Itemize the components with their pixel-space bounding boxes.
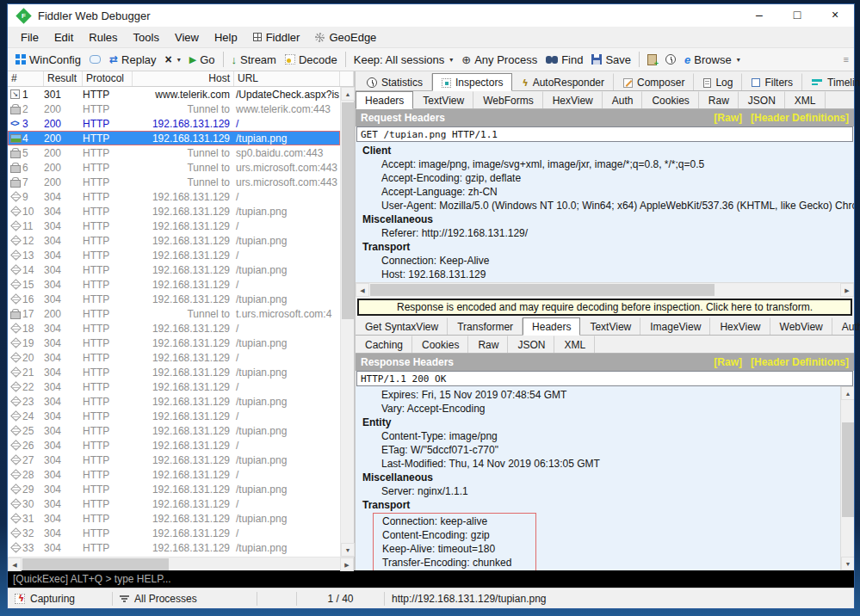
remove-sessions-button[interactable]: ×▾ — [161, 52, 185, 67]
column-header-url[interactable]: URL — [234, 71, 340, 86]
scroll-left-icon[interactable]: ◀ — [356, 283, 369, 297]
tab-json[interactable]: JSON — [508, 336, 554, 353]
tab-textview[interactable]: TextView — [580, 317, 640, 335]
column-header-number[interactable]: # — [8, 71, 44, 86]
replay-button[interactable]: ⇄Replay — [105, 52, 161, 68]
winconfig-button[interactable]: WinConfig — [11, 52, 85, 68]
session-row-28[interactable]: 28304HTTP192.168.131.129/ — [8, 467, 340, 482]
raw-link[interactable]: [Raw] — [714, 356, 742, 368]
header-group[interactable]: Transport — [356, 240, 854, 254]
response-encoded-notice[interactable]: Response is encoded and may require deco… — [357, 299, 852, 316]
scroll-right-icon[interactable]: ▶ — [840, 283, 854, 297]
tab-textview[interactable]: TextView — [413, 91, 473, 108]
tab-hexview[interactable]: HexView — [543, 91, 603, 108]
session-row-1[interactable]: ↘1301HTTPwww.telerik.com/UpdateCheck.asp… — [8, 87, 340, 102]
tab-xml[interactable]: XML — [785, 91, 826, 108]
quickexec-bar[interactable]: [QuickExec] ALT+Q > type HELP... — [8, 570, 854, 588]
tab-composer[interactable]: Composer — [614, 73, 694, 90]
session-row-25[interactable]: 25304HTTP192.168.131.129/tupian.png — [8, 423, 340, 438]
tab-auth[interactable]: Auth — [603, 91, 643, 108]
tab-raw[interactable]: Raw — [699, 91, 739, 108]
keep-sessions-dropdown[interactable]: Keep: All sessions▾ — [350, 52, 458, 68]
minimize-button[interactable]: – — [740, 4, 778, 27]
session-row-13[interactable]: 13304HTTP192.168.131.129/ — [8, 248, 340, 262]
save-button[interactable]: Save — [587, 52, 635, 68]
session-row-18[interactable]: 18304HTTP192.168.131.129/ — [8, 321, 340, 336]
tab-autoresponder[interactable]: AutoResponder — [512, 73, 614, 90]
tab-auth[interactable]: Auth — [832, 317, 860, 335]
tab-json[interactable]: JSON — [739, 91, 785, 108]
scroll-down-icon[interactable]: ▼ — [841, 557, 854, 570]
scrollbar-thumb[interactable] — [342, 102, 354, 319]
session-row-3[interactable]: <>3200HTTP192.168.131.129/ — [8, 116, 340, 131]
session-row-11[interactable]: 11304HTTP192.168.131.129/ — [8, 219, 340, 233]
request-horizontal-scrollbar[interactable]: ◀ ▶ — [356, 282, 854, 296]
tab-get-syntaxview[interactable]: Get SyntaxView — [356, 317, 448, 335]
scrollbar-thumb[interactable] — [22, 558, 169, 570]
tab-headers[interactable]: Headers — [356, 91, 413, 109]
toolbar-overflow[interactable]: ≡ — [844, 54, 851, 65]
find-button[interactable]: Find — [541, 52, 587, 68]
session-row-29[interactable]: 29304HTTP192.168.131.129/tupian.png — [8, 482, 340, 496]
session-row-6[interactable]: 6200HTTPTunnel tours.microsoft.com:443 — [8, 160, 340, 175]
browse-button[interactable]: eBrowse▾ — [680, 52, 745, 68]
session-row-24[interactable]: 24304HTTP192.168.131.129/ — [8, 409, 340, 423]
decode-button[interactable]: Decode — [281, 52, 342, 68]
session-row-23[interactable]: 23304HTTP192.168.131.129/tupian.png — [8, 394, 340, 409]
session-row-32[interactable]: 32304HTTP192.168.131.129/ — [8, 526, 340, 540]
session-row-27[interactable]: 27304HTTP192.168.131.129/tupian.png — [8, 453, 340, 467]
menu-edit[interactable]: Edit — [46, 29, 81, 46]
session-row-16[interactable]: 16304HTTP192.168.131.129/tupian.png — [8, 292, 340, 306]
tab-imageview[interactable]: ImageView — [640, 317, 710, 335]
column-header-result[interactable]: Result — [44, 71, 83, 86]
tab-webview[interactable]: WebView — [770, 317, 832, 335]
screenshot-button[interactable] — [643, 52, 661, 67]
any-process-button[interactable]: ⊕Any Process — [457, 52, 541, 68]
stream-button[interactable]: ↓Stream — [227, 52, 281, 68]
session-row-17[interactable]: 17200HTTPTunnel tot.urs.microsoft.com:4 — [8, 306, 340, 321]
tab-statistics[interactable]: Statistics — [357, 73, 432, 90]
tab-timeline[interactable]: Timeline — [802, 73, 860, 90]
scroll-up-icon[interactable]: ▲ — [841, 386, 854, 400]
process-filter[interactable]: All Processes — [113, 592, 257, 606]
scroll-right-icon[interactable]: ▶ — [340, 557, 354, 571]
go-button[interactable]: ▶Go — [185, 52, 220, 68]
session-row-21[interactable]: 21304HTTP192.168.131.129/tupian.png — [8, 365, 340, 379]
tab-hexview[interactable]: HexView — [710, 317, 770, 335]
session-row-14[interactable]: 14304HTTP192.168.131.129/tupian.png — [8, 262, 340, 277]
header-group[interactable]: Miscellaneous — [356, 471, 840, 484]
session-row-33[interactable]: 33304HTTP192.168.131.129/tupian.png — [8, 540, 340, 555]
raw-link[interactable]: [Raw] — [714, 112, 742, 124]
timer-button[interactable] — [661, 52, 680, 66]
session-list-horizontal-scrollbar[interactable]: ◀ ▶ — [8, 557, 354, 570]
session-list-vertical-scrollbar[interactable]: ▲ ▼ — [340, 87, 354, 557]
menu-help[interactable]: Help — [207, 29, 245, 46]
header-group[interactable]: Miscellaneous — [356, 213, 854, 226]
header-definitions-link[interactable]: [Header Definitions] — [751, 356, 849, 368]
menu-fiddler[interactable]: Fiddler — [245, 29, 308, 46]
session-row-2[interactable]: 2200HTTPTunnel towww.telerik.com:443 — [8, 102, 340, 116]
session-row-15[interactable]: 15304HTTP192.168.131.129/ — [8, 277, 340, 292]
session-row-4[interactable]: 4200HTTP192.168.131.129/tupian.png — [8, 131, 340, 145]
comment-button[interactable] — [85, 53, 105, 65]
menu-file[interactable]: File — [13, 29, 46, 46]
tab-cookies[interactable]: Cookies — [642, 91, 698, 108]
scrollbar-thumb[interactable] — [842, 422, 854, 517]
close-button[interactable]: × — [816, 4, 854, 27]
column-header-protocol[interactable]: Protocol — [83, 71, 133, 86]
session-row-7[interactable]: 7200HTTPTunnel tours.microsoft.com:443 — [8, 175, 340, 189]
maximize-button[interactable]: □ — [778, 4, 816, 27]
menu-rules[interactable]: Rules — [81, 29, 125, 46]
menu-tools[interactable]: Tools — [126, 29, 167, 46]
menu-view[interactable]: View — [167, 29, 207, 46]
capturing-toggle[interactable]: Capturing — [8, 592, 113, 606]
session-row-12[interactable]: 12304HTTP192.168.131.129/tupian.png — [8, 233, 340, 248]
column-header-host[interactable]: Host — [133, 71, 234, 86]
session-row-30[interactable]: 30304HTTP192.168.131.129/ — [8, 496, 340, 511]
tab-inspectors[interactable]: Inspectors — [432, 73, 512, 91]
session-row-22[interactable]: 22304HTTP192.168.131.129/ — [8, 379, 340, 394]
tab-webforms[interactable]: WebForms — [473, 91, 542, 108]
session-row-5[interactable]: 5200HTTPTunnel tosp0.baidu.com:443 — [8, 145, 340, 160]
menu-geoedge[interactable]: GeoEdge — [307, 29, 384, 46]
session-row-31[interactable]: 31304HTTP192.168.131.129/tupian.png — [8, 511, 340, 526]
